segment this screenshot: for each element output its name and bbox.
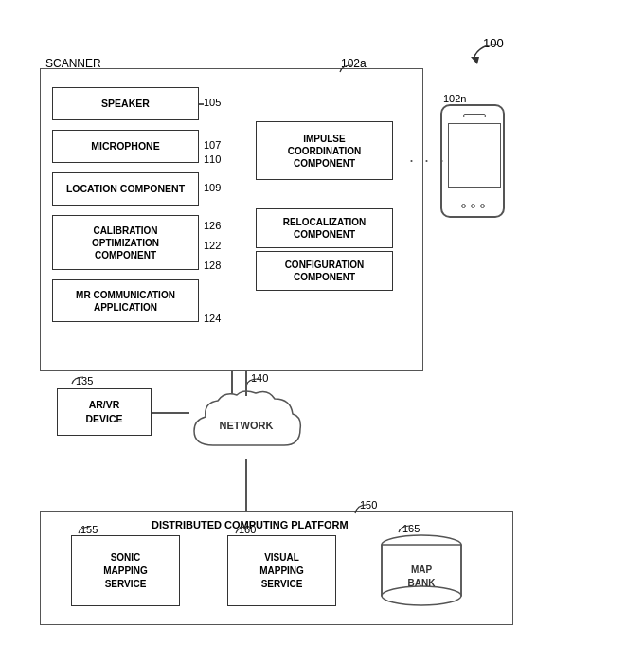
line-to-cloud (245, 388, 247, 396)
main-vertical-line (245, 371, 247, 388)
location-box: LOCATION COMPONENT (52, 172, 199, 206)
mapbank-ref-arrow (396, 523, 415, 534)
arvr-ref-arrow (69, 374, 88, 386)
mr-comm-box: MR COMMUNICATIONAPPLICATION (52, 279, 199, 322)
platform-ref-arrow (352, 502, 371, 515)
speaker-ref: 105 (204, 97, 221, 108)
sonic-box: SONICMAPPINGSERVICE (71, 535, 180, 606)
location-ref: 109 (204, 182, 221, 193)
impulse-box: IMPULSECOORDINATIONCOMPONENT (256, 121, 393, 180)
diagram: 100 SCANNER 102a SPEAKER 105 MICROPHONE … (0, 0, 644, 646)
svg-text:NETWORK: NETWORK (220, 420, 274, 431)
scanner-ref-arrow (337, 61, 356, 75)
config-ref-128: 128 (204, 260, 221, 271)
svg-text:BANK: BANK (408, 578, 437, 588)
svg-point-6 (382, 586, 461, 605)
calibration-ref: 122 (204, 240, 221, 251)
ref-100-arrow (464, 40, 511, 68)
speaker-ref-line (199, 103, 204, 105)
microphone-ref: 107 (204, 139, 221, 151)
impulse-ref-110: 110 (204, 153, 221, 165)
microphone-box: MICROPHONE (52, 130, 199, 163)
speaker-box: SPEAKER (52, 87, 199, 120)
phone-102n (440, 104, 505, 218)
svg-marker-0 (471, 57, 479, 64)
calibration-box: CALIBRATIONOPTIMIZATIONCOMPONENT (52, 215, 199, 270)
reloc-box: RELOCALIZATIONCOMPONENT (256, 208, 393, 248)
mapbank-svg: MAP BANK (377, 533, 467, 607)
visual-box: VISUALMAPPINGSERVICE (227, 535, 336, 606)
svg-text:MAP: MAP (411, 565, 433, 575)
continuation-dots: . . . (409, 147, 447, 167)
mr-comm-ref: 124 (204, 313, 221, 324)
arvr-h-line (152, 412, 188, 414)
phone-screen (448, 123, 501, 188)
phone-ref: 102n (443, 93, 466, 104)
config-box: CONFIGURATIONCOMPONENT (256, 251, 393, 291)
phone-dots (442, 204, 503, 208)
reloc-ref-126: 126 (204, 220, 221, 231)
phone-speaker-slot (463, 114, 486, 117)
mapbank-cylinder: MAP BANK (377, 533, 467, 607)
sonic-ref-arrow (76, 524, 95, 535)
scanner-label: SCANNER (45, 57, 101, 70)
network-to-platform-line (245, 459, 247, 511)
arvr-box: AR/VRDEVICE (57, 388, 152, 436)
scanner-down-line (231, 371, 233, 386)
visual-ref-arrow (233, 524, 252, 535)
